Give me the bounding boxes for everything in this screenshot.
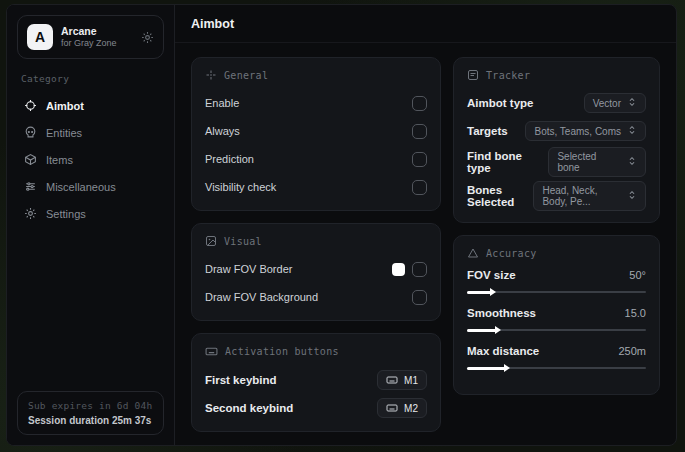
target-sparkle-icon xyxy=(205,69,217,81)
skull-icon xyxy=(23,126,37,139)
targets-dropdown[interactable]: Bots, Teams, Coms xyxy=(525,121,646,141)
keyboard-icon xyxy=(386,374,398,386)
sidebar-item-label: Entities xyxy=(46,127,82,139)
setting-label: Prediction xyxy=(205,153,254,165)
sidebar-item-label: Items xyxy=(46,154,73,166)
fov-size-group: FOV size 50° xyxy=(467,269,646,298)
image-icon xyxy=(205,235,217,247)
brand-name: Arcane xyxy=(61,25,133,38)
aimbot-type-dropdown[interactable]: Vector xyxy=(584,93,646,113)
activation-card: Activation buttons First keybind M1 xyxy=(191,333,441,432)
sidebar-item-label: Settings xyxy=(46,208,86,220)
keybind-value: M1 xyxy=(404,375,418,386)
setting-row: First keybind M1 xyxy=(205,368,427,392)
setting-row: Enable xyxy=(205,91,427,115)
find-bone-type-dropdown[interactable]: Selected bone xyxy=(548,147,646,177)
general-card-header: General xyxy=(205,69,427,81)
sidebar-item-aimbot[interactable]: Aimbot xyxy=(17,92,164,119)
slider-fill xyxy=(467,367,506,370)
max-distance-slider[interactable] xyxy=(467,362,646,374)
setting-label: Aimbot type xyxy=(467,97,533,109)
always-checkbox[interactable] xyxy=(412,124,427,139)
keyboard-icon xyxy=(386,402,398,414)
triangle-icon xyxy=(467,247,479,259)
control-group xyxy=(392,262,427,277)
setting-row: Bones Selected Head, Neck, Body, Pe... xyxy=(467,181,646,211)
visual-card: Visual Draw FOV Border Draw FOV Backgrou… xyxy=(191,223,441,321)
main-panel: Aimbot General Enable xyxy=(175,5,676,445)
setting-label: FOV size xyxy=(467,269,516,281)
slider-thumb[interactable] xyxy=(504,364,510,372)
slider-fill xyxy=(467,329,497,332)
setting-label: Targets xyxy=(467,125,508,137)
card-title: Accuracy xyxy=(486,248,537,259)
category-label: Category xyxy=(21,73,160,84)
slider-value: 15.0 xyxy=(625,307,646,319)
smoothness-slider[interactable] xyxy=(467,324,646,336)
slider-thumb[interactable] xyxy=(490,288,496,296)
chevrons-up-down-icon xyxy=(627,190,637,202)
sidebar-item-items[interactable]: Items xyxy=(17,146,164,173)
setting-label: Find bone type xyxy=(467,150,548,174)
slider-thumb[interactable] xyxy=(495,326,501,334)
slider-fill xyxy=(467,291,492,294)
setting-row: Second keybind M2 xyxy=(205,396,427,420)
setting-row: Find bone type Selected bone xyxy=(467,147,646,177)
activation-card-header: Activation buttons xyxy=(205,345,427,358)
max-distance-group: Max distance 250m xyxy=(467,345,646,374)
brand-text: Arcane for Gray Zone xyxy=(61,25,133,49)
fov-size-slider[interactable] xyxy=(467,286,646,298)
sidebar-item-label: Miscellaneous xyxy=(46,181,116,193)
crosshair-icon xyxy=(23,99,37,112)
setting-label: First keybind xyxy=(205,374,277,386)
setting-row: Targets Bots, Teams, Coms xyxy=(467,119,646,143)
brand-subtitle: for Gray Zone xyxy=(61,38,133,49)
chevrons-up-down-icon xyxy=(627,97,637,109)
setting-row: Visibility check xyxy=(205,175,427,199)
draw-fov-border-checkbox[interactable] xyxy=(412,262,427,277)
visibility-check-checkbox[interactable] xyxy=(412,180,427,195)
settings-gear-icon xyxy=(23,207,37,220)
app-window: A Arcane for Gray Zone Category xyxy=(6,4,677,446)
first-keybind-button[interactable]: M1 xyxy=(377,370,427,390)
bones-selected-dropdown[interactable]: Head, Neck, Body, Pe... xyxy=(533,181,646,211)
visual-card-header: Visual xyxy=(205,235,427,247)
card-title: Tracker xyxy=(486,70,530,81)
app-logo: A xyxy=(27,24,53,50)
keybind-value: M2 xyxy=(404,403,418,414)
enable-checkbox[interactable] xyxy=(412,96,427,111)
dropdown-value: Selected bone xyxy=(557,151,621,173)
setting-label: Enable xyxy=(205,97,239,109)
sidebar-item-entities[interactable]: Entities xyxy=(17,119,164,146)
package-icon xyxy=(23,153,37,166)
smoothness-group: Smoothness 15.0 xyxy=(467,307,646,336)
setting-label: Bones Selected xyxy=(467,184,533,208)
draw-fov-background-checkbox[interactable] xyxy=(412,290,427,305)
sidebar-item-miscellaneous[interactable]: Miscellaneous xyxy=(17,173,164,200)
chevrons-up-down-icon xyxy=(627,156,637,168)
setting-label: Max distance xyxy=(467,345,539,357)
main-header: Aimbot xyxy=(175,5,676,43)
sidebar: A Arcane for Gray Zone Category xyxy=(7,5,175,445)
sidebar-item-settings[interactable]: Settings xyxy=(17,200,164,227)
dropdown-value: Head, Neck, Body, Pe... xyxy=(542,185,621,207)
second-keybind-button[interactable]: M2 xyxy=(377,398,427,418)
general-card: General Enable Always Prediction xyxy=(191,57,441,211)
left-column: General Enable Always Prediction xyxy=(191,57,441,432)
setting-label: Always xyxy=(205,125,240,137)
tracker-card: Tracker Aimbot type Vector xyxy=(453,57,660,223)
setting-label: Draw FOV Background xyxy=(205,291,318,303)
dropdown-value: Bots, Teams, Coms xyxy=(534,126,621,137)
session-duration-text: Session duration 25m 37s xyxy=(28,415,153,426)
dropdown-value: Vector xyxy=(593,98,621,109)
fov-border-color-swatch[interactable] xyxy=(392,263,405,276)
subscription-card: Sub expires in 6d 04h Session duration 2… xyxy=(17,391,164,435)
gear-icon[interactable] xyxy=(141,31,154,44)
setting-label: Second keybind xyxy=(205,402,293,414)
setting-row: Draw FOV Border xyxy=(205,257,427,281)
setting-row: Always xyxy=(205,119,427,143)
sidebar-item-label: Aimbot xyxy=(46,100,84,112)
content: General Enable Always Prediction xyxy=(175,43,676,446)
prediction-checkbox[interactable] xyxy=(412,152,427,167)
setting-row: Draw FOV Background xyxy=(205,285,427,309)
